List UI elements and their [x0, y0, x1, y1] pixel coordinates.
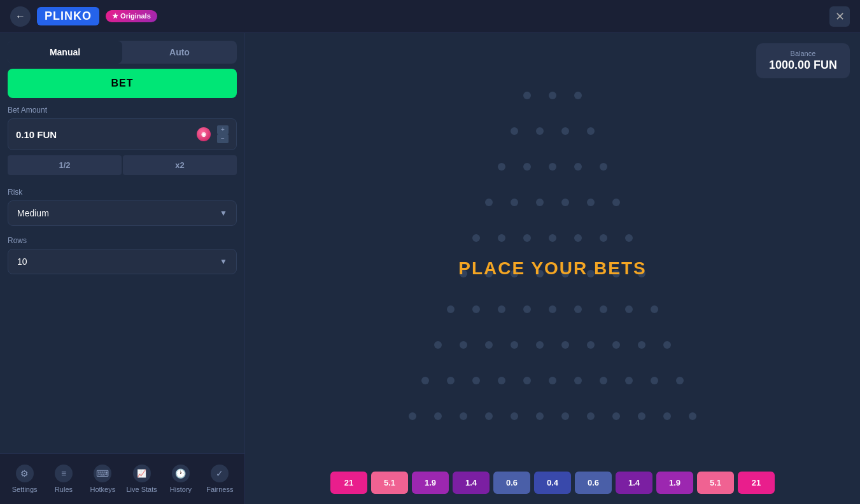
stepper-down[interactable]: − [217, 134, 229, 143]
peg-dot [511, 127, 518, 135]
originals-badge: ★ Originals [106, 10, 157, 22]
peg-dot [549, 377, 556, 384]
peg-dot [549, 234, 556, 242]
nav-item-history[interactable]: 🕐 History [161, 465, 200, 493]
peg-dot [472, 377, 480, 384]
peg-dot [498, 234, 505, 242]
stepper-btns: + − [217, 125, 229, 143]
risk-label: Risk [8, 188, 237, 197]
peg-dot [561, 341, 569, 349]
nav-item-settings[interactable]: ⚙ Settings [5, 465, 44, 493]
multiplier-row: 215.11.91.40.60.40.61.41.95.121 [245, 472, 860, 494]
peg-dot [434, 341, 442, 349]
peg-dot [511, 270, 518, 277]
dots-container [245, 71, 860, 440]
multiplier-cell: 1.4 [616, 472, 652, 494]
dots-row [425, 341, 680, 349]
multiplier-cell: 0.6 [575, 472, 612, 494]
nav-label-rules: Rules [55, 486, 73, 493]
dots-row [476, 199, 629, 206]
peg-dot [498, 163, 505, 171]
peg-dot [561, 270, 569, 277]
settings-icon: ⚙ [16, 465, 34, 482]
dots-row [438, 305, 667, 313]
multiplier-cell: 1.4 [453, 472, 490, 494]
back-icon: ← [15, 11, 25, 22]
peg-dot [460, 270, 467, 277]
peg-dot [587, 270, 595, 277]
dots-row [514, 92, 591, 99]
peg-dot [587, 199, 595, 206]
live-stats-icon: 📈 [133, 465, 151, 482]
fairness-icon: ✓ [211, 465, 229, 482]
peg-dot [587, 341, 595, 349]
peg-dot [549, 92, 556, 99]
peg-dot [511, 341, 518, 349]
peg-dot [561, 412, 569, 420]
half-button[interactable]: 1/2 [8, 155, 122, 175]
double-button[interactable]: x2 [123, 155, 237, 175]
multiplier-cell: 21 [330, 472, 367, 494]
peg-dot [536, 341, 544, 349]
rows-arrow-icon: ▼ [220, 257, 227, 266]
peg-dot [447, 377, 455, 384]
peg-dot [663, 341, 671, 349]
peg-dot [485, 270, 493, 277]
nav-item-fairness[interactable]: ✓ Fairness [201, 465, 239, 493]
peg-dot [523, 163, 531, 171]
peg-dot [676, 377, 684, 384]
peg-dot [587, 412, 595, 420]
peg-dot [523, 377, 531, 384]
peg-dot [587, 127, 595, 135]
peg-dot [612, 199, 620, 206]
nav-label-hotkeys: Hotkeys [90, 486, 115, 493]
peg-dot [523, 234, 531, 242]
rows-label: Rows [8, 236, 237, 245]
nav-item-hotkeys[interactable]: ⌨ Hotkeys [83, 465, 122, 493]
nav-label-fairness: Fairness [206, 486, 233, 493]
risk-select[interactable]: Medium ▼ [8, 200, 237, 226]
peg-dot [651, 377, 658, 384]
close-icon: ✕ [835, 10, 845, 24]
bet-amount-value: 0.10 FUN [16, 129, 197, 140]
nav-item-live-stats[interactable]: 📈 Live Stats [122, 465, 161, 493]
nav-label-history: History [170, 486, 192, 493]
peg-dot [600, 234, 607, 242]
dots-row [400, 412, 705, 420]
peg-dot [574, 305, 582, 313]
back-button[interactable]: ← [10, 6, 31, 27]
peg-dot [409, 412, 416, 420]
stepper-up[interactable]: + [217, 125, 229, 134]
sidebar: Manual Auto BET Bet Amount 0.10 FUN ◉ + … [0, 33, 245, 504]
multiplier-cell: 1.9 [656, 472, 693, 494]
peg-dot [536, 199, 544, 206]
peg-dot [549, 163, 556, 171]
main-content: Manual Auto BET Bet Amount 0.10 FUN ◉ + … [0, 33, 860, 504]
bet-button[interactable]: BET [8, 69, 237, 98]
game-title: PLINKO [37, 7, 99, 25]
tab-row: Manual Auto [8, 41, 237, 64]
peg-dot [574, 234, 582, 242]
risk-arrow-icon: ▼ [220, 209, 227, 218]
dots-row [502, 127, 603, 135]
header: ← PLINKO ★ Originals ✕ [0, 0, 860, 33]
peg-dot [485, 341, 493, 349]
dots-row [412, 377, 693, 384]
tab-manual[interactable]: Manual [8, 41, 122, 64]
peg-dot [600, 305, 607, 313]
tab-auto[interactable]: Auto [122, 41, 237, 64]
multiplier-cell: 0.6 [493, 472, 530, 494]
peg-dot [612, 341, 620, 349]
nav-item-rules[interactable]: ≡ Rules [44, 465, 83, 493]
peg-dot [625, 234, 633, 242]
peg-dot [523, 305, 531, 313]
bet-amount-field[interactable]: 0.10 FUN ◉ + − [8, 118, 237, 150]
bet-amount-icons: ◉ + − [197, 125, 229, 143]
nav-label-live-stats: Live Stats [126, 486, 157, 493]
rules-icon: ≡ [55, 465, 73, 482]
dots-row [463, 234, 642, 242]
peg-dot [498, 305, 505, 313]
rows-select[interactable]: 10 ▼ [8, 249, 237, 274]
close-button[interactable]: ✕ [829, 6, 850, 27]
peg-dot [625, 305, 633, 313]
